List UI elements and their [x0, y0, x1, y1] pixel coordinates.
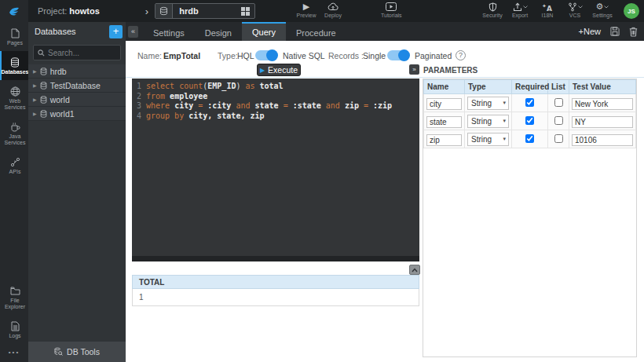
database-item-world[interactable]: ▶ world	[28, 93, 126, 107]
caret-down-icon: ▾	[503, 100, 506, 106]
tutorials-button[interactable]: Tutorials	[381, 2, 402, 18]
param-list-checkbox[interactable]	[554, 116, 563, 125]
param-name-input[interactable]	[426, 116, 462, 128]
tab-settings[interactable]: Settings	[143, 22, 195, 41]
code-lines: 1select count(EMP_ID) as total2from empl…	[132, 79, 419, 121]
coffee-cup-icon	[10, 121, 20, 132]
save-icon	[610, 27, 620, 36]
code-token: EMP_ID	[207, 82, 236, 90]
collapse-results-button[interactable]	[409, 265, 420, 275]
parameters-panel: Name Type Required List Test Value Strin…	[423, 79, 637, 357]
chevron-down-icon	[523, 5, 528, 9]
vcs-button[interactable]: VCS	[565, 2, 585, 18]
i18n-button[interactable]: ✦ A I18N	[537, 2, 558, 18]
rail-item-web-services[interactable]: Web Services	[0, 80, 28, 115]
databases-panel: Databases + ▶ hrdb ▶ TestDatabase	[28, 22, 126, 362]
delete-button[interactable]	[629, 27, 638, 37]
col-header-type: Type	[465, 80, 512, 94]
param-type-select[interactable]: String▾	[467, 115, 509, 128]
code-token: :city	[207, 101, 236, 110]
video-icon	[386, 2, 397, 12]
param-list-checkbox[interactable]	[554, 134, 563, 143]
new-query-button[interactable]: +New	[579, 27, 601, 36]
export-button[interactable]: Export	[510, 2, 530, 18]
help-icon[interactable]: ?	[456, 50, 466, 60]
user-avatar[interactable]: JS	[624, 3, 639, 19]
code-token: as	[245, 82, 259, 90]
expander-icon[interactable]: ▶	[33, 68, 37, 74]
rail-more-button[interactable]: •••	[0, 344, 28, 362]
code-token: and	[326, 101, 345, 110]
tab-design[interactable]: Design	[195, 22, 242, 41]
database-icon	[40, 110, 47, 118]
param-required-checkbox[interactable]	[525, 134, 534, 143]
type-toggle[interactable]	[255, 50, 277, 60]
database-selector[interactable]: hrdb	[155, 3, 255, 19]
results-header-total: TOTAL	[132, 275, 419, 289]
param-type-select[interactable]: String▾	[467, 97, 509, 110]
database-item-testdatabase[interactable]: ▶ TestDatabase	[28, 79, 126, 93]
database-icon	[40, 82, 47, 90]
param-type-select[interactable]: String▾	[467, 133, 509, 146]
database-icon	[10, 57, 20, 68]
deploy-label: Deploy	[324, 13, 342, 18]
tab-query[interactable]: Query	[242, 22, 286, 41]
param-test-value-input[interactable]	[572, 134, 633, 146]
code-token: city	[174, 101, 198, 110]
code-token: and	[236, 101, 254, 110]
preview-button[interactable]: ▶ Preview	[296, 2, 317, 18]
param-test-value-input[interactable]	[572, 98, 633, 110]
tab-procedure[interactable]: Procedure	[286, 22, 346, 41]
line-number: 1	[132, 82, 146, 92]
expander-icon[interactable]: ▶	[33, 97, 37, 102]
records-toggle[interactable]	[387, 50, 409, 60]
execute-button[interactable]: ▶ Execute	[257, 64, 301, 76]
deploy-button[interactable]: Deploy	[323, 2, 343, 18]
grid-view-icon[interactable]	[236, 4, 254, 18]
param-required-checkbox[interactable]	[525, 98, 534, 107]
brand-swirl-icon	[7, 4, 21, 18]
wavemaker-logo[interactable]	[0, 0, 28, 22]
code-token: city, state, zip	[188, 112, 264, 120]
param-name-input[interactable]	[426, 134, 462, 146]
rail-item-databases[interactable]: Databases	[0, 51, 28, 80]
settings-button[interactable]: ⚙ Settings	[592, 2, 613, 18]
code-token: employee	[170, 92, 207, 101]
collapse-panel-button[interactable]: «	[128, 26, 138, 38]
rail-item-java-services[interactable]: Java Services	[0, 115, 28, 151]
rail-item-logs[interactable]: Logs	[0, 315, 28, 344]
globe-icon	[10, 86, 20, 97]
code-token: =	[198, 101, 207, 110]
expander-icon[interactable]: ▶	[33, 82, 37, 88]
col-header-list: List	[548, 80, 569, 94]
param-list-checkbox[interactable]	[554, 98, 563, 107]
topbar-right-actions: Security Export ✦ A	[482, 2, 613, 18]
save-button[interactable]	[610, 27, 620, 36]
rail-spacer	[0, 180, 28, 280]
parameter-row-state: String▾	[424, 112, 636, 130]
code-token: state	[255, 101, 284, 110]
database-item-hrdb[interactable]: ▶ hrdb	[28, 64, 126, 79]
records-option-single: Single	[363, 51, 386, 60]
code-token: where	[146, 101, 174, 110]
rail-item-file-explorer[interactable]: File Explorer	[0, 280, 28, 315]
gear-icon: ⚙	[596, 2, 604, 12]
security-button[interactable]: Security	[482, 2, 503, 18]
rail-label: Databases	[1, 69, 28, 75]
rail-item-pages[interactable]: Pages	[0, 22, 28, 51]
param-required-checkbox[interactable]	[525, 116, 534, 125]
execute-label: Execute	[268, 65, 298, 75]
search-input[interactable]	[48, 49, 116, 57]
expand-parameters-button[interactable]: »	[409, 64, 419, 75]
param-test-value-input[interactable]	[572, 116, 633, 128]
add-database-button[interactable]: +	[109, 25, 123, 38]
sql-editor[interactable]: 1select count(EMP_ID) as total2from empl…	[132, 79, 419, 261]
editor-scrollbar-track[interactable]	[132, 256, 419, 261]
database-search[interactable]	[33, 45, 121, 60]
rail-item-apis[interactable]: APIs	[0, 151, 28, 180]
database-item-world1[interactable]: ▶ world1	[28, 107, 126, 121]
param-name-input[interactable]	[426, 98, 462, 110]
db-tools-button[interactable]: DB Tools	[28, 342, 126, 362]
expander-icon[interactable]: ▶	[33, 111, 37, 116]
code-token: :state	[293, 101, 326, 110]
